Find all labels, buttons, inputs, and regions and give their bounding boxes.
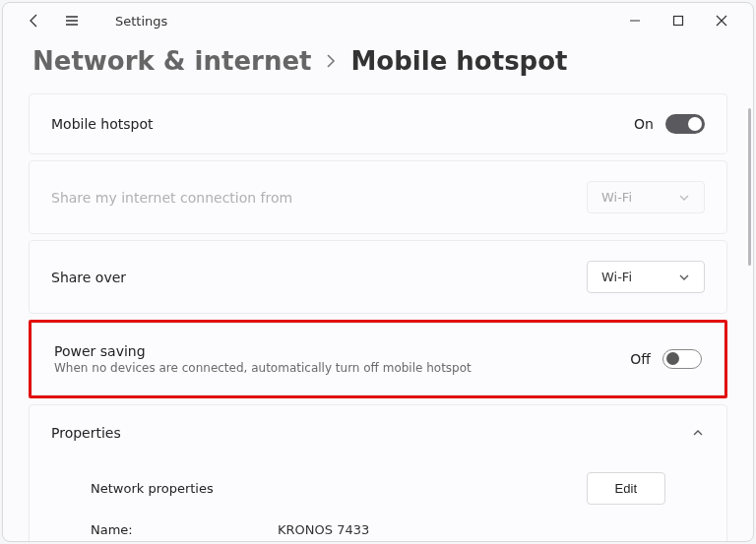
hotspot-toggle-state: On — [634, 116, 654, 132]
power-saving-toggle-state: Off — [630, 351, 651, 367]
power-saving-card[interactable]: Power saving When no devices are connect… — [32, 323, 724, 395]
app-title: Settings — [115, 14, 167, 29]
properties-card[interactable]: Properties Network properties Edit Name:… — [29, 404, 727, 541]
close-icon[interactable] — [712, 11, 731, 30]
chevron-up-icon[interactable] — [691, 428, 705, 438]
share-from-select[interactable]: Wi-Fi — [587, 181, 705, 213]
minimize-icon[interactable] — [625, 11, 645, 30]
content-area: Mobile hotspot On Share my internet conn… — [3, 93, 753, 541]
chevron-down-icon — [678, 273, 690, 281]
edit-button[interactable]: Edit — [587, 472, 665, 505]
network-properties-row: Network properties Edit — [51, 458, 705, 513]
mobile-hotspot-card[interactable]: Mobile hotspot On — [29, 93, 727, 154]
share-over-label: Share over — [51, 270, 587, 285]
property-name-value: KRONOS 7433 — [278, 522, 369, 537]
share-from-card: Share my internet connection from Wi-Fi — [29, 160, 727, 234]
breadcrumb-current: Mobile hotspot — [350, 46, 567, 76]
breadcrumb: Network & internet Mobile hotspot — [3, 38, 753, 93]
maximize-icon[interactable] — [668, 11, 688, 30]
power-saving-sub: When no devices are connected, automatic… — [54, 361, 630, 375]
settings-window: Settings Network & internet Mobile hotsp… — [2, 2, 754, 542]
power-saving-toggle[interactable] — [662, 349, 702, 369]
network-properties-label: Network properties — [91, 481, 214, 496]
back-icon[interactable] — [25, 11, 44, 30]
chevron-right-icon — [325, 53, 337, 69]
property-name-label: Name: — [91, 522, 238, 537]
svg-rect-0 — [674, 17, 683, 26]
properties-label: Properties — [51, 425, 121, 441]
breadcrumb-parent[interactable]: Network & internet — [32, 46, 311, 76]
titlebar: Settings — [3, 3, 753, 38]
share-over-value: Wi-Fi — [601, 270, 632, 284]
share-from-label: Share my internet connection from — [51, 190, 587, 206]
hotspot-toggle[interactable] — [665, 114, 705, 134]
chevron-down-icon — [678, 194, 690, 202]
share-over-card: Share over Wi-Fi — [29, 240, 727, 314]
scrollbar[interactable] — [748, 108, 751, 266]
power-saving-highlight: Power saving When no devices are connect… — [29, 320, 727, 398]
power-saving-label: Power saving — [54, 343, 630, 359]
mobile-hotspot-label: Mobile hotspot — [51, 116, 634, 132]
property-name-row: Name: KRONOS 7433 — [51, 513, 705, 541]
hamburger-icon[interactable] — [62, 11, 82, 30]
share-from-value: Wi-Fi — [601, 190, 632, 205]
share-over-select[interactable]: Wi-Fi — [587, 261, 705, 293]
